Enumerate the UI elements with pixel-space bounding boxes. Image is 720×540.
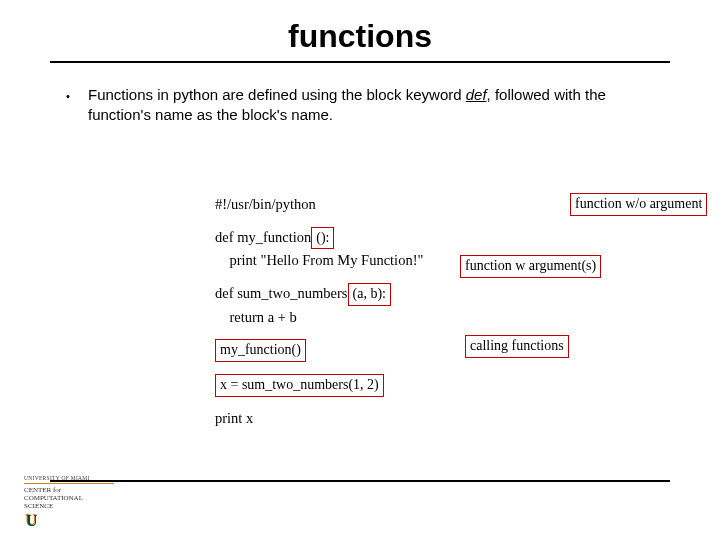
slide-title: functions xyxy=(0,0,720,61)
code-call1: my_function() xyxy=(215,339,645,362)
bullet-dot: • xyxy=(60,85,88,126)
def-keyword: def xyxy=(466,86,487,103)
footer-bar xyxy=(24,483,114,484)
args-box-2: (a, b): xyxy=(348,283,391,306)
footer-university: UNIVERSITY OF MIAMI xyxy=(24,475,114,481)
body-text: • Functions in python are defined using … xyxy=(60,85,660,126)
u-logo-icon: U xyxy=(24,512,38,530)
code-def2: def sum_two_numbers(a, b): xyxy=(215,283,645,306)
bullet-content: Functions in python are defined using th… xyxy=(88,85,660,126)
annotation-no-arg: function w/o argument xyxy=(570,193,707,216)
code-def1: def my_function(): xyxy=(215,227,645,250)
footer-logo: UNIVERSITY OF MIAMI CENTER for COMPUTATI… xyxy=(24,475,114,530)
code-print: print x xyxy=(215,409,645,429)
u-letter: U xyxy=(26,512,38,529)
code-def2-body: return a + b xyxy=(215,308,645,328)
annotation-with-arg: function w argument(s) xyxy=(460,255,601,278)
code-call2: x = sum_two_numbers(1, 2) xyxy=(215,374,645,397)
bullet-text-before: Functions in python are defined using th… xyxy=(88,86,466,103)
args-box-1: (): xyxy=(311,227,334,250)
annotation-calling: calling functions xyxy=(465,335,569,358)
footer-center-3: SCIENCE xyxy=(24,503,83,511)
code-block: #!/usr/bin/python def my_function(): pri… xyxy=(215,195,645,431)
footer-divider xyxy=(50,480,670,482)
title-underline xyxy=(50,61,670,63)
